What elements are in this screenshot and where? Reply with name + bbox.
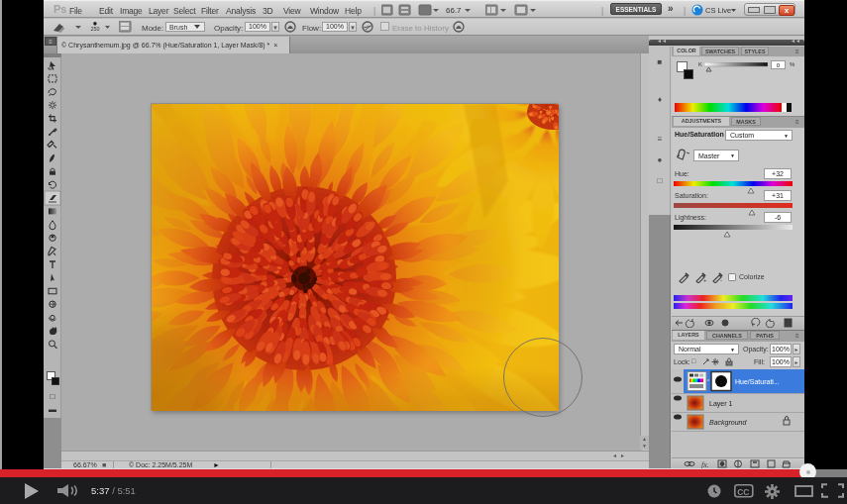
svg-text:Layer 1: Layer 1 bbox=[709, 400, 732, 408]
svg-text:Hue/Saturati...: Hue/Saturati... bbox=[735, 378, 780, 385]
svg-text:CS Live: CS Live bbox=[705, 6, 731, 15]
svg-text:66.7: 66.7 bbox=[446, 6, 462, 15]
svg-text:-: - bbox=[720, 277, 722, 283]
svg-text:Background: Background bbox=[709, 419, 747, 427]
svg-text:CC: CC bbox=[737, 487, 749, 497]
svg-text:+: + bbox=[703, 277, 707, 283]
